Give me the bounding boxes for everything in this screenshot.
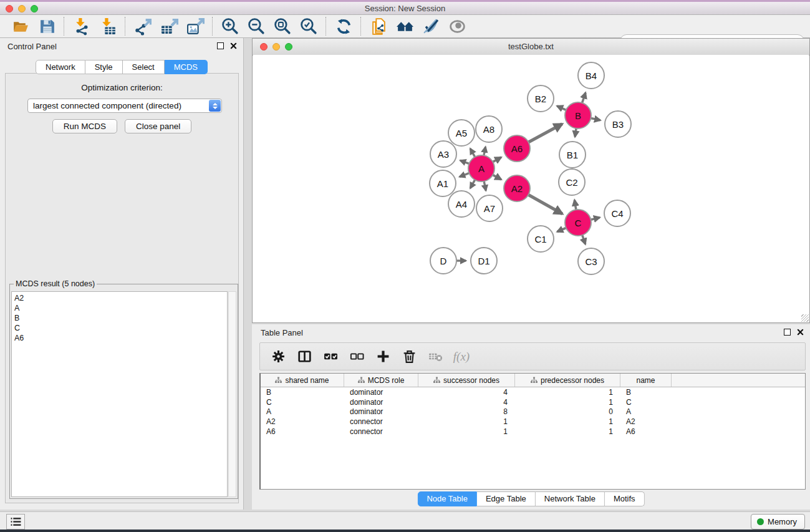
network-window-titlebar[interactable]: testGlobe.txt <box>253 39 809 56</box>
tab-network-table[interactable]: Network Table <box>536 491 605 506</box>
node-table[interactable]: shared nameMCDS rolesuccessor nodesprede… <box>259 373 806 490</box>
zoom-in-button[interactable] <box>217 16 243 36</box>
graph-edge-B-B3[interactable] <box>591 118 600 120</box>
graph-node-B3[interactable]: B3 <box>604 110 632 138</box>
optimization-criterion-dropdown[interactable]: largest connected component (directed) <box>27 99 222 113</box>
add-button[interactable] <box>371 346 395 368</box>
graph-node-C4[interactable]: C4 <box>604 200 631 227</box>
tab-mcds[interactable]: MCDS <box>165 60 208 74</box>
mcds-result-item[interactable]: A6 <box>14 333 227 343</box>
graph-node-B1[interactable]: B1 <box>559 141 586 168</box>
refresh-button[interactable] <box>330 16 357 36</box>
graph-node-A7[interactable]: A7 <box>476 195 503 222</box>
graph-node-A2[interactable]: A2 <box>503 175 531 202</box>
style-check-button[interactable] <box>418 16 444 36</box>
close-panel-icon[interactable] <box>230 42 237 49</box>
import-network-icon <box>73 17 91 36</box>
table-toolbar: f(x) <box>259 342 806 370</box>
float-table-panel-icon[interactable] <box>784 329 791 336</box>
table-row[interactable]: Adominator80A <box>261 407 805 417</box>
column-header-shared-name[interactable]: shared name <box>261 374 344 387</box>
zoom-fit-button[interactable] <box>269 16 296 36</box>
export-image-button[interactable] <box>182 16 208 36</box>
graph-edge-A-A7[interactable] <box>484 181 486 191</box>
import-table-button[interactable] <box>95 16 121 36</box>
table-panel: Table Panel f(x) shared nameMCDS rolesuc… <box>252 324 810 510</box>
table-cell: 1 <box>515 427 620 436</box>
tab-node-table[interactable]: Node Table <box>417 491 477 506</box>
result-scrollbar[interactable] <box>228 291 236 497</box>
columns-button[interactable] <box>292 346 316 368</box>
graph-node-A3[interactable]: A3 <box>430 140 457 168</box>
column-header-name[interactable]: name <box>620 374 672 387</box>
network-window-title: testGlobe.txt <box>253 42 809 51</box>
optimization-criterion-label: Optimization criterion: <box>6 83 238 92</box>
graph-node-B4[interactable]: B4 <box>577 62 605 89</box>
settings-button[interactable] <box>266 346 290 368</box>
graph-node-A4[interactable]: A4 <box>448 190 475 218</box>
control-panel-title: Control Panel <box>7 42 57 51</box>
delete-button[interactable] <box>397 346 421 368</box>
graph-edge-A2-C[interactable] <box>528 195 562 214</box>
table-row[interactable]: A2connector11A2 <box>261 417 805 427</box>
hide-graphics-button[interactable] <box>444 16 470 36</box>
graph-node-C3[interactable]: C3 <box>577 248 605 275</box>
refresh-icon <box>335 17 353 36</box>
tab-edge-table[interactable]: Edge Table <box>477 491 536 506</box>
new-session-button[interactable] <box>365 16 392 36</box>
export-network-button[interactable] <box>130 16 156 36</box>
resize-handle[interactable] <box>801 314 809 322</box>
graph-node-A6[interactable]: A6 <box>503 135 531 162</box>
graph-node-C[interactable]: C <box>564 209 592 236</box>
graph-edge-C-C3[interactable] <box>582 235 585 244</box>
graph-node-B[interactable]: B <box>564 102 592 129</box>
deselect-all-button[interactable] <box>345 346 369 368</box>
zoom-selected-button[interactable] <box>296 16 322 36</box>
tab-network[interactable]: Network <box>36 60 85 74</box>
table-row[interactable]: A6connector11A6 <box>261 427 805 437</box>
table-row[interactable]: Bdominator41B <box>261 387 805 397</box>
select-all-button[interactable] <box>319 346 342 368</box>
graph-node-B2[interactable]: B2 <box>527 85 554 112</box>
open-session-button[interactable] <box>7 16 34 36</box>
graph-edge-C-C4[interactable] <box>591 218 600 220</box>
graph-node-A[interactable]: A <box>468 155 495 182</box>
zoom-out-button[interactable] <box>243 16 269 36</box>
close-panel-button[interactable]: Close panel <box>125 119 191 133</box>
column-header-predecessor-nodes[interactable]: predecessor nodes <box>515 374 620 387</box>
export-table-button[interactable] <box>156 16 182 36</box>
graph-edge-A6-B[interactable] <box>528 124 562 143</box>
graph-edge-A-A2[interactable] <box>492 175 501 180</box>
graph-node-D[interactable]: D <box>430 247 457 274</box>
graph-node-A5[interactable]: A5 <box>448 119 475 147</box>
network-canvas[interactable]: B4B2BB3B1A5A8A6A3AA1A2C2A4A7CC4C1C3DD1 <box>253 55 809 322</box>
mcds-result-item[interactable]: B <box>14 313 227 323</box>
import-network-button[interactable] <box>69 16 95 36</box>
close-table-panel-icon[interactable] <box>797 329 804 336</box>
show-panels-button[interactable] <box>6 514 25 530</box>
graph-node-C2[interactable]: C2 <box>558 168 586 196</box>
column-header-MCDS-role[interactable]: MCDS role <box>344 374 418 387</box>
tab-select[interactable]: Select <box>123 60 165 74</box>
memory-button[interactable]: Memory <box>751 514 805 530</box>
column-header-successor-nodes[interactable]: successor nodes <box>418 374 515 387</box>
float-panel-icon[interactable] <box>217 42 224 49</box>
home-button[interactable] <box>392 16 418 36</box>
tab-style[interactable]: Style <box>85 60 123 74</box>
graph-node-A8[interactable]: A8 <box>475 115 503 143</box>
mcds-result-item[interactable]: A <box>14 303 227 313</box>
graph-node-C1[interactable]: C1 <box>527 225 554 253</box>
graph-node-D1[interactable]: D1 <box>470 247 498 274</box>
mcds-result-item[interactable]: C <box>14 323 227 333</box>
tab-motifs[interactable]: Motifs <box>605 491 645 506</box>
mcds-result-list[interactable]: A2ABCA6 <box>11 291 228 497</box>
save-session-button[interactable] <box>34 16 60 36</box>
table-cell: A2 <box>261 417 344 426</box>
table-row[interactable]: Cdominator41C <box>261 397 805 407</box>
list-icon <box>11 517 21 526</box>
mcds-result-item[interactable]: A2 <box>14 293 227 303</box>
graph-edge-B-B1[interactable] <box>575 128 576 137</box>
add-icon <box>376 349 390 364</box>
mcds-result-group: MCDS result (5 nodes) A2ABCA6 <box>9 284 238 499</box>
run-mcds-button[interactable]: Run MCDS <box>52 119 117 133</box>
